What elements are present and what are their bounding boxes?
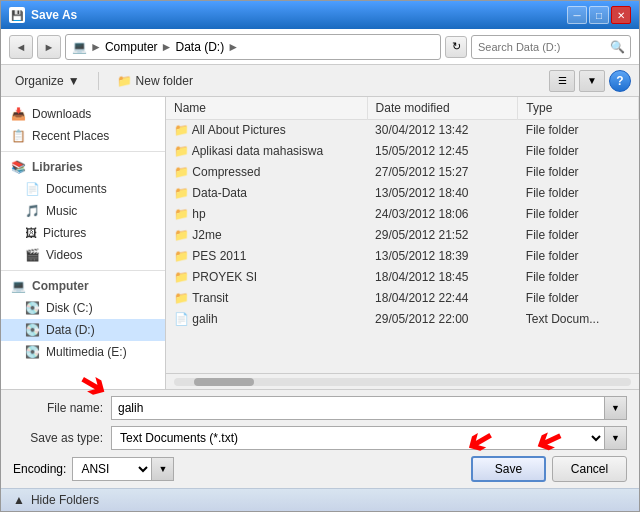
disk-c-icon: 💽: [25, 301, 40, 315]
file-list-scroll[interactable]: Name Date modified Type: [166, 97, 639, 373]
title-bar-controls: ─ □ ✕: [567, 6, 631, 24]
main-content: 📥 Downloads 📋 Recent Places 📚 Libraries …: [1, 97, 639, 389]
cancel-button[interactable]: Cancel: [552, 456, 627, 482]
file-date: 13/05/2012 18:40: [367, 183, 518, 204]
file-name-input[interactable]: [111, 396, 605, 420]
table-row[interactable]: 📄 galih 29/05/2012 22:00 Text Docum...: [166, 309, 639, 330]
file-icon: 📁: [174, 207, 189, 221]
table-row[interactable]: 📁 PROYEK SI 18/04/2012 18:45 File folder: [166, 267, 639, 288]
file-name: PROYEK SI: [192, 270, 257, 284]
sidebar-item-documents[interactable]: 📄 Documents: [1, 178, 165, 200]
col-header-type[interactable]: Type: [518, 97, 639, 120]
new-folder-label: New folder: [136, 74, 193, 88]
hide-folders-arrow-icon: ▲: [13, 493, 25, 507]
save-type-dropdown[interactable]: ▼: [605, 426, 627, 450]
sidebar-item-multimedia-e[interactable]: 💽 Multimedia (E:): [1, 341, 165, 363]
save-as-dialog: 💾 Save As ─ □ ✕ ◄ ► 💻 ► Computer ► Data …: [0, 0, 640, 512]
sidebar-label-pictures: Pictures: [43, 226, 86, 240]
file-type: File folder: [518, 183, 639, 204]
file-type: Text Docum...: [518, 309, 639, 330]
close-button[interactable]: ✕: [611, 6, 631, 24]
save-button[interactable]: Save: [471, 456, 546, 482]
maximize-button[interactable]: □: [589, 6, 609, 24]
pictures-icon: 🖼: [25, 226, 37, 240]
view-button[interactable]: ☰: [549, 70, 575, 92]
table-row[interactable]: 📁 Compressed 27/05/2012 15:27 File folde…: [166, 162, 639, 183]
hide-folders-bar[interactable]: ▲ Hide Folders: [1, 488, 639, 511]
sidebar-label-disk-c: Disk (C:): [46, 301, 93, 315]
sidebar-item-videos[interactable]: 🎬 Videos: [1, 244, 165, 266]
file-list-wrap: Name Date modified Type: [166, 97, 639, 389]
file-name: All About Pictures: [192, 123, 286, 137]
breadcrumb-bar[interactable]: 💻 ► Computer ► Data (D:) ►: [65, 34, 441, 60]
horizontal-scrollbar[interactable]: [166, 373, 639, 389]
music-icon: 🎵: [25, 204, 40, 218]
sidebar-item-computer[interactable]: 💻 Computer: [1, 275, 165, 297]
table-row[interactable]: 📁 Data-Data 13/05/2012 18:40 File folder: [166, 183, 639, 204]
encoding-select[interactable]: ANSI: [72, 457, 152, 481]
save-type-row: Save as type: Text Documents (*.txt) ▼: [13, 426, 627, 450]
breadcrumb-drive[interactable]: Data (D:): [175, 40, 224, 54]
file-name: Compressed: [192, 165, 260, 179]
file-name-row: File name: ▼: [13, 396, 627, 420]
sidebar-item-pictures[interactable]: 🖼 Pictures: [1, 222, 165, 244]
organize-button[interactable]: Organize ▼: [9, 71, 86, 91]
file-icon: 📁: [174, 291, 189, 305]
back-button[interactable]: ◄: [9, 35, 33, 59]
file-table: Name Date modified Type: [166, 97, 639, 330]
table-row[interactable]: 📁 All About Pictures 30/04/2012 13:42 Fi…: [166, 120, 639, 141]
file-type: File folder: [518, 267, 639, 288]
toolbar-separator: [98, 72, 99, 90]
file-icon: 📁: [174, 249, 189, 263]
file-name-dropdown[interactable]: ▼: [605, 396, 627, 420]
file-date: 18/04/2012 22:44: [367, 288, 518, 309]
address-bar: ◄ ► 💻 ► Computer ► Data (D:) ► ↻ 🔍: [1, 29, 639, 65]
file-date: 15/05/2012 12:45: [367, 141, 518, 162]
file-type: File folder: [518, 225, 639, 246]
table-row[interactable]: 📁 Aplikasi data mahasiswa 15/05/2012 12:…: [166, 141, 639, 162]
save-type-select[interactable]: Text Documents (*.txt): [111, 426, 605, 450]
sidebar-item-music[interactable]: 🎵 Music: [1, 200, 165, 222]
minimize-button[interactable]: ─: [567, 6, 587, 24]
sidebar-label-computer: Computer: [32, 279, 89, 293]
search-input[interactable]: [471, 35, 631, 59]
bottom-area: File name: ▼ Save as type: Text Document…: [1, 389, 639, 488]
new-folder-button[interactable]: 📁 New folder: [111, 71, 199, 91]
sidebar-label-videos: Videos: [46, 248, 82, 262]
help-button[interactable]: ?: [609, 70, 631, 92]
file-name-input-group: ▼: [111, 396, 627, 420]
sidebar-item-data-d[interactable]: 💽 Data (D:): [1, 319, 165, 341]
table-row[interactable]: 📁 J2me 29/05/2012 21:52 File folder: [166, 225, 639, 246]
col-header-name[interactable]: Name: [166, 97, 367, 120]
title-bar: 💾 Save As ─ □ ✕: [1, 1, 639, 29]
sidebar-item-libraries[interactable]: 📚 Libraries: [1, 156, 165, 178]
address-refresh-button[interactable]: ↻: [445, 36, 467, 58]
forward-button[interactable]: ►: [37, 35, 61, 59]
table-row[interactable]: 📁 hp 24/03/2012 18:06 File folder: [166, 204, 639, 225]
search-wrap: 🔍: [471, 35, 631, 59]
file-name: Transit: [192, 291, 228, 305]
table-row[interactable]: 📁 PES 2011 13/05/2012 18:39 File folder: [166, 246, 639, 267]
file-name: galih: [192, 312, 217, 326]
encoding-label: Encoding:: [13, 462, 66, 476]
table-row[interactable]: 📁 Transit 18/04/2012 22:44 File folder: [166, 288, 639, 309]
sidebar-item-disk-c[interactable]: 💽 Disk (C:): [1, 297, 165, 319]
encoding-dropdown[interactable]: ▼: [152, 457, 174, 481]
documents-icon: 📄: [25, 182, 40, 196]
sidebar-item-recent[interactable]: 📋 Recent Places: [1, 125, 165, 147]
col-header-date[interactable]: Date modified: [367, 97, 518, 120]
view-dropdown-button[interactable]: ▼: [579, 70, 605, 92]
file-name: J2me: [192, 228, 221, 242]
window-icon: 💾: [9, 7, 25, 23]
libraries-icon: 📚: [11, 160, 26, 174]
file-date: 29/05/2012 21:52: [367, 225, 518, 246]
file-name: hp: [192, 207, 205, 221]
breadcrumb-computer[interactable]: Computer: [105, 40, 158, 54]
file-type: File folder: [518, 288, 639, 309]
organize-arrow-icon: ▼: [68, 74, 80, 88]
organize-label: Organize: [15, 74, 64, 88]
computer-icon: 💻: [11, 279, 26, 293]
file-date: 24/03/2012 18:06: [367, 204, 518, 225]
encoding-select-wrap: ANSI ▼: [72, 457, 174, 481]
sidebar-item-downloads[interactable]: 📥 Downloads: [1, 103, 165, 125]
